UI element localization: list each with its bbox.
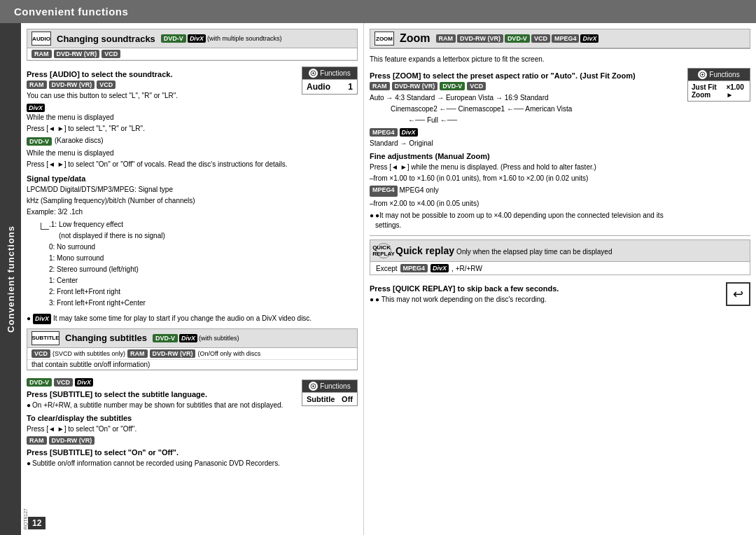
- right-panel: ZOOM Zoom RAM DVD-RW (VR) DVD-V VCD MPEG…: [364, 23, 756, 535]
- sub-dvdv2: DVD-V: [27, 378, 52, 387]
- zoom-dvdrw2: DVD-RW (VR): [392, 82, 438, 90]
- quick-replay-bullet: ● ● This may not work depending on the d…: [370, 295, 719, 305]
- mpeg4-desc: –from ×2.00 to ×4.00 (in 0.05 units): [370, 199, 683, 209]
- ram-badge-1: RAM: [31, 50, 52, 58]
- sub-dvdrw2: DVD-RW (VR): [49, 436, 95, 445]
- changing-subtitles-title: Changing subtitles: [65, 333, 147, 343]
- functions-label-subtitle: Functions: [320, 382, 350, 390]
- quick-replay-title-area: Quick replay Only when the elapsed play …: [396, 245, 744, 256]
- zoom-content: Press [ZOOM] to select the preset aspect…: [370, 68, 750, 232]
- page-wrapper: Convenient functions Convenient function…: [0, 0, 756, 535]
- quick-replay-text-area: Press [QUICK REPLAY] to skip back a few …: [370, 281, 719, 306]
- tree-item-4: 1: Mono surround: [49, 253, 165, 263]
- zoom-vcd2: VCD: [467, 82, 486, 90]
- standard-original: Standard → Original: [370, 139, 683, 148]
- dvdrw-badge-2: DVD-RW (VR): [49, 81, 95, 89]
- sub-dvdv: DVD-V: [153, 334, 178, 342]
- changing-subtitles-box: SUBTITLE Changing subtitles DVD-V DivX (…: [27, 328, 358, 370]
- zoom-desc: This feature expands a letterbox picture…: [370, 55, 750, 64]
- except-mpeg4: MPEG4: [400, 264, 428, 272]
- press-zoom-heading: Press [ZOOM] to select the preset aspect…: [370, 71, 683, 80]
- sub-bullet2: ● Subtitle on/off information cannot be …: [27, 459, 298, 468]
- soundtracks-badges: DVD-V DivX (with multiple soundtracks): [161, 34, 282, 43]
- zoom-arrow-2: Cinemascope2 ←── Cinemascope1 ←── Americ…: [391, 104, 683, 115]
- except-text: Except: [376, 265, 398, 272]
- page-number: 12: [28, 517, 46, 529]
- tree-item-1: .1: Low frequency effect: [49, 220, 165, 230]
- quick-replay-content: Press [QUICK REPLAY] to skip back a few …: [370, 281, 750, 306]
- header-title: Convenient functions: [14, 6, 128, 18]
- tree-item-8: 3: Front left+Front right+Center: [49, 298, 165, 308]
- mpeg4-only-text: MPEG4 only: [400, 186, 439, 195]
- signal-example: Example: 3/2 .1ch: [27, 207, 358, 217]
- zoom-header: ZOOM Zoom RAM DVD-RW (VR) DVD-V VCD MPEG…: [370, 29, 750, 48]
- zoom-dvdv2: DVD-V: [440, 82, 465, 90]
- changing-soundtracks-title: Changing soundtracks: [57, 34, 155, 44]
- signal-lpcm: LPCM/DD Digital/DTS/MP3/MPEG: Signal typ…: [27, 185, 358, 195]
- fine-adj-desc2: –from ×1.00 to ×1.60 (in 0.01 units), fr…: [370, 174, 683, 183]
- zoom-dvdrw: DVD-RW (VR): [457, 34, 503, 43]
- sub-divx: DivX: [179, 334, 197, 342]
- divx-press-lr: Press [◄ ►] to select "L", "R" or "LR".: [27, 124, 296, 134]
- zoom-badges: RAM DVD-RW (VR) DVD-V VCD MPEG4 DivX: [436, 34, 599, 43]
- except-divx: DivX: [430, 264, 449, 272]
- changing-subtitles-header: SUBTITLE Changing subtitles DVD-V DivX (…: [27, 329, 357, 348]
- zoom-value-suffix: ×1.00 ►: [726, 83, 746, 99]
- press-on-off-heading: Press [SUBTITLE] to select "On" or "Off"…: [27, 448, 298, 457]
- changing-soundtracks-box: AUDIO Changing soundtracks DVD-V DivX (w…: [27, 29, 358, 61]
- functions-box-subtitle: Functions Subtitle Off: [302, 380, 358, 470]
- zoom-badges2: RAM DVD-RW (VR) DVD-V VCD: [370, 82, 683, 90]
- to-clear-desc: Press [◄ ►] to select "On" or "Off".: [27, 424, 298, 434]
- zoom-value-label: Just Fit Zoom: [692, 83, 726, 99]
- zoom-dvdv: DVD-V: [505, 34, 530, 43]
- ram-badge-2: RAM: [27, 81, 47, 89]
- quick-replay-badge: QUICK REPLAY: [376, 243, 391, 258]
- subtitle-value-label: Subtitle: [307, 395, 335, 403]
- sub-note3: (On/Off only with discs: [197, 350, 260, 357]
- dvdrw-badge-1: DVD-RW (VR): [54, 50, 100, 58]
- signal-type-section: Signal type/data LPCM/DD Digital/DTS/MP3…: [27, 174, 358, 310]
- sub-note1: (with subtitles): [199, 335, 239, 342]
- divx-badge-note: DivX: [33, 314, 51, 324]
- tree-item-7: 2: Front left+Front right: [49, 287, 165, 297]
- subtitle-icon: SUBTITLE: [31, 331, 59, 345]
- changing-soundtracks-header: AUDIO Changing soundtracks DVD-V DivX (w…: [27, 29, 357, 48]
- sub-vcd2: VCD: [54, 378, 73, 387]
- zoom-desc-area: This feature expands a letterbox picture…: [370, 55, 750, 64]
- subtitle-value-suffix: Off: [342, 395, 353, 403]
- badge-note-1: (with multiple soundtracks): [207, 35, 282, 42]
- zoom-bullet1-text: ●It may not be possible to zoom up to ×4…: [375, 211, 683, 230]
- signal-khz: kHz (Sampling frequency)/bit/ch (Number …: [27, 196, 358, 206]
- except-note-row: Except MPEG4 DivX , +R/+RW: [370, 262, 750, 275]
- fine-adj-heading: Fine adjustments (Manual Zoom): [370, 152, 683, 160]
- arrow-button[interactable]: ↩: [726, 282, 750, 306]
- dvdv-press-onoff: Press [◄ ►] to select "On" or "Off" of v…: [27, 160, 296, 169]
- functions-box-audio: Functions Audio 1: [302, 67, 358, 171]
- zoom-mpeg4: MPEG4: [552, 34, 580, 43]
- vcd-badge-1: VCD: [102, 50, 120, 58]
- zoom-divx-2: DivX: [400, 128, 418, 137]
- mpeg4-only-row: MPEG4 MPEG4 only: [370, 186, 683, 197]
- zoom-title: Zoom: [400, 32, 430, 45]
- sub-bullet1: ● On +R/+RW, a subtitle number may be sh…: [27, 401, 298, 410]
- zoom-mpeg4-2: MPEG4: [370, 128, 398, 137]
- dvdv-vcd-divx-row: DVD-V VCD DivX: [27, 378, 298, 387]
- sub-dvdrw: DVD-RW (VR): [150, 349, 196, 358]
- main-content: Convenient functions AUDIO Changing soun…: [0, 23, 756, 535]
- tree-item-3: 0: No surround: [49, 242, 165, 252]
- subtitle-content-area: DVD-V VCD DivX Press [SUBTITLE] to selec…: [27, 376, 358, 470]
- zoom-arrow-3: ←── Full ←──: [408, 115, 683, 126]
- press-quick-replay-heading: Press [QUICK REPLAY] to skip back a few …: [370, 284, 719, 293]
- audio-value-num: 1: [348, 82, 353, 92]
- sub-bullet2-text: Subtitle on/off information cannot be re…: [32, 459, 280, 468]
- divx-badge-1: DivX: [188, 34, 206, 43]
- bullet-divx: ●: [27, 314, 31, 324]
- quick-replay-bullet-text: ● This may not work depending on the dis…: [375, 295, 547, 305]
- sidebar-label-text: Convenient functions: [6, 225, 16, 333]
- sub-divx2: DivX: [75, 378, 93, 387]
- subtitle-badges: DVD-V DivX (with subtitles): [153, 334, 239, 342]
- sub-note2: (SVCD with subtitles only): [52, 350, 125, 357]
- header-bar: Convenient functions: [0, 0, 756, 23]
- signal-type-heading: Signal type/data: [27, 174, 358, 183]
- zoom-vcd: VCD: [531, 34, 550, 43]
